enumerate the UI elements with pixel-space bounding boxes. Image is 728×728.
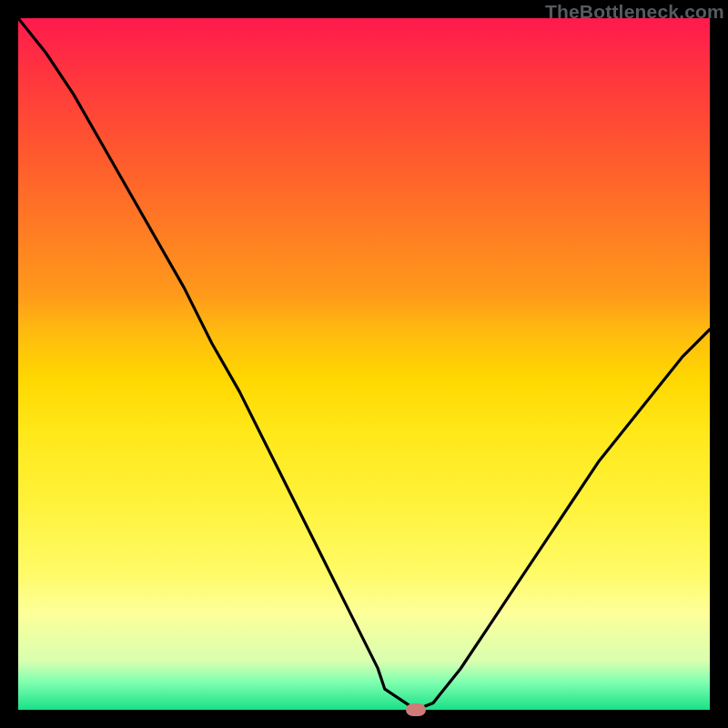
chart-container: TheBottleneck.com — [0, 0, 728, 728]
curve-svg — [18, 18, 710, 710]
optimal-point-marker — [406, 703, 426, 716]
bottleneck-curve — [18, 18, 710, 710]
